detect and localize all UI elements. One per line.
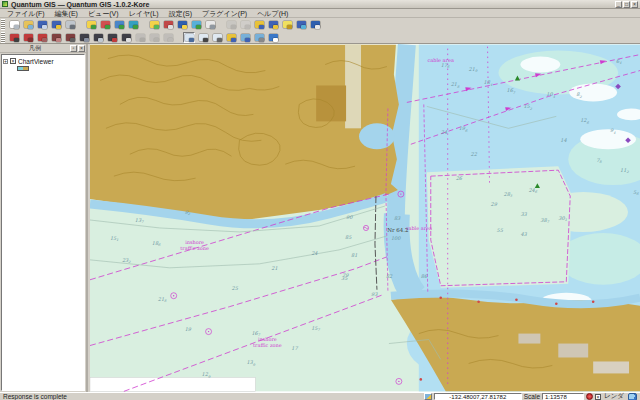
scale-label: Scale <box>524 393 540 400</box>
add-postgis-layer-icon[interactable] <box>113 19 125 30</box>
chart-nodata-area <box>90 377 255 391</box>
zoom-out-icon[interactable] <box>211 32 223 43</box>
svg-text:24: 24 <box>311 250 318 256</box>
new-vector-layer-icon[interactable] <box>148 19 160 30</box>
svg-text:93: 93 <box>371 291 378 297</box>
add-to-overview-icon[interactable] <box>176 19 188 30</box>
capture-point-icon[interactable] <box>8 32 20 43</box>
paste-features-icon[interactable] <box>162 32 174 43</box>
menu-bar: ファイル(F)編集(E)ビュー(V)レイヤ(L)設定(S)プラグイン(P)ヘルプ… <box>0 9 640 18</box>
coordinate-display[interactable]: -132.48007,27.81782 <box>434 393 522 400</box>
select-features-icon[interactable] <box>239 19 251 30</box>
toolbar-separator <box>77 19 84 30</box>
toolbar-drag-handle[interactable] <box>1 32 5 43</box>
svg-text:29: 29 <box>491 201 498 207</box>
svg-text:17: 17 <box>291 345 298 351</box>
print-composer-icon[interactable] <box>64 19 76 30</box>
toolbar-separator <box>140 19 147 30</box>
add-raster-layer-icon[interactable] <box>99 19 111 30</box>
show-all-layers-icon[interactable] <box>190 19 202 30</box>
layer-visibility-checkbox[interactable]: × <box>10 58 16 64</box>
hide-all-layers-icon[interactable] <box>204 19 216 30</box>
pan-map-icon[interactable] <box>183 32 195 43</box>
refresh-map-icon[interactable] <box>267 32 279 43</box>
window-title: Quantum GIS — Quantum GIS -1.0.2-Kore <box>11 1 149 8</box>
legend-close-button[interactable]: × <box>78 45 85 52</box>
menu-item-plugins[interactable]: プラグイン(P) <box>197 9 252 18</box>
capture-line-icon[interactable] <box>22 32 34 43</box>
minimize-button[interactable]: _ <box>615 1 622 8</box>
measure-area-icon[interactable] <box>267 19 279 30</box>
remove-layer-icon[interactable] <box>162 19 174 30</box>
dot-symbol <box>420 378 423 381</box>
save-project-icon[interactable] <box>36 19 48 30</box>
svg-text:43: 43 <box>520 231 527 237</box>
menu-item-edit[interactable]: 編集(E) <box>50 9 83 18</box>
svg-text:25: 25 <box>231 285 238 291</box>
svg-text:82: 82 <box>386 273 393 279</box>
svg-text:cable area: cable area <box>428 57 454 63</box>
capture-polygon-icon[interactable] <box>36 32 48 43</box>
deep-water-patch <box>520 57 560 73</box>
open-project-icon[interactable] <box>22 19 34 30</box>
cut-features-icon[interactable] <box>134 32 146 43</box>
legend-layer-list: + × ChartViewer <box>1 54 85 391</box>
zoom-in-icon[interactable] <box>197 32 209 43</box>
new-project-icon[interactable] <box>8 19 20 30</box>
svg-text:79: 79 <box>342 272 349 278</box>
node-tool-icon[interactable] <box>106 32 118 43</box>
menu-item-view[interactable]: ビュー(V) <box>83 9 124 18</box>
zoom-to-selection-icon[interactable] <box>239 32 251 43</box>
projection-icon[interactable] <box>628 393 637 400</box>
extents-toggle-icon[interactable] <box>424 393 432 400</box>
reclaimed-land-block <box>316 85 346 121</box>
save-project-as-icon[interactable] <box>50 19 62 30</box>
map-canvas[interactable]: 1371511862322181916717139129157252124359… <box>90 44 640 392</box>
add-island-icon[interactable] <box>64 32 76 43</box>
render-checkbox[interactable]: × <box>595 394 601 400</box>
add-ring-icon[interactable] <box>50 32 62 43</box>
add-vector-layer-icon[interactable] <box>85 19 97 30</box>
svg-text:22: 22 <box>471 151 478 157</box>
layer-symbol-swatch <box>17 66 29 71</box>
toolbar-drag-handle[interactable] <box>1 19 5 30</box>
layer-label[interactable]: ChartViewer <box>18 58 54 65</box>
dot-symbol <box>555 302 558 305</box>
dot-symbol <box>515 298 518 301</box>
menu-item-settings[interactable]: 設定(S) <box>164 9 197 18</box>
toolbar-separator <box>175 32 182 43</box>
svg-text:81: 81 <box>351 252 357 258</box>
close-button[interactable]: × <box>631 1 638 8</box>
move-feature-icon[interactable] <box>78 32 90 43</box>
svg-text:cable area: cable area <box>406 225 432 231</box>
split-features-icon[interactable] <box>92 32 104 43</box>
identify-features-icon[interactable] <box>225 19 237 30</box>
maximize-button[interactable]: □ <box>623 1 630 8</box>
zoom-last-icon[interactable] <box>253 32 265 43</box>
delete-selected-icon[interactable] <box>120 32 132 43</box>
menu-item-help[interactable]: ヘルプ(H) <box>252 9 293 18</box>
menu-item-layer[interactable]: レイヤ(L) <box>124 9 164 18</box>
legend-layer-item[interactable]: + × ChartViewer <box>3 57 83 65</box>
svg-text:traffic zone: traffic zone <box>180 245 209 251</box>
legend-panel: 凡例 ▫ × + × ChartViewer <box>0 44 88 392</box>
legend-float-button[interactable]: ▫ <box>70 45 77 52</box>
dot-symbol <box>477 300 480 303</box>
scale-input[interactable]: 1:13578 <box>542 393 584 400</box>
render-label: レンダ <box>604 392 624 400</box>
svg-text:26: 26 <box>456 175 463 181</box>
add-wms-layer-icon[interactable] <box>127 19 139 30</box>
stop-render-icon[interactable] <box>586 393 593 400</box>
copy-features-icon[interactable] <box>148 32 160 43</box>
menu-item-file[interactable]: ファイル(F) <box>2 9 50 18</box>
new-bookmark-icon[interactable] <box>295 19 307 30</box>
harbor-basin <box>359 123 395 149</box>
toolbar-separator <box>217 19 224 30</box>
expander-icon[interactable]: + <box>3 59 8 64</box>
measure-line-icon[interactable] <box>253 19 265 30</box>
svg-text:85: 85 <box>345 234 352 240</box>
show-bookmarks-icon[interactable] <box>309 19 321 30</box>
map-tips-icon[interactable] <box>281 19 293 30</box>
valley-lowland <box>345 45 361 129</box>
zoom-full-extent-icon[interactable] <box>225 32 237 43</box>
